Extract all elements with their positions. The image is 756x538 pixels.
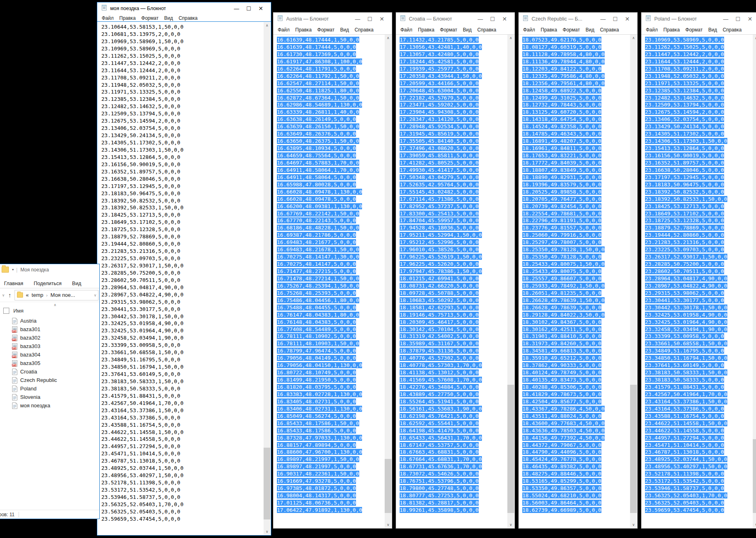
sort-direction-icon[interactable]: ∧ [54, 303, 57, 307]
vertical-scrollbar[interactable]: ∧ ∨ [507, 35, 514, 528]
column-header-name[interactable]: Имя [13, 308, 23, 314]
scrollbar-thumb[interactable] [507, 385, 514, 513]
vertical-scrollbar[interactable]: ∧ ∨ [630, 35, 637, 528]
titlebar[interactable]: Croatia — Блокнот — ☐ ✕ [396, 13, 515, 25]
menu-edit[interactable]: Правка [415, 27, 438, 33]
titlebar[interactable]: Poland — Блокнот — ☐ ✕ [641, 13, 756, 25]
file-row[interactable]: JPGbaza305 [0, 359, 99, 367]
titlebar[interactable]: Czech Republic — Б... — ☐ ✕ [519, 13, 637, 25]
menu-help[interactable]: Справка [720, 27, 744, 33]
text-area[interactable]: 16.61639,48.17444,1,50,0,016.61639,48.17… [274, 35, 385, 528]
scroll-up-icon[interactable]: ∧ [630, 35, 637, 41]
menu-file[interactable]: Файл [275, 27, 293, 33]
minimize-button[interactable]: — [230, 6, 243, 12]
breadcrumb-segment[interactable]: temp [31, 292, 43, 298]
minimize-button[interactable]: — [597, 16, 609, 22]
minimize-button[interactable]: — [352, 16, 364, 22]
scroll-down-icon[interactable]: ∨ [753, 521, 756, 528]
text-area[interactable]: 23.10969,53.58969,5,0,0,023.11262,53.150… [642, 35, 753, 528]
select-all-checkbox[interactable] [3, 308, 9, 314]
menu-view[interactable]: Вид [337, 27, 352, 33]
close-button[interactable]: ✕ [376, 16, 388, 22]
menu-help[interactable]: Справка [474, 27, 499, 33]
menu-edit[interactable]: Правка [661, 27, 683, 33]
file-row[interactable]: JPGbaza302 [0, 334, 99, 342]
menu-view[interactable]: Вид [460, 27, 475, 33]
menu-format[interactable]: Формат [683, 27, 706, 33]
menu-edit[interactable]: Правка [293, 27, 315, 33]
scroll-up-icon[interactable]: ∧ [753, 35, 756, 41]
scrollbar-thumb[interactable] [385, 459, 392, 513]
menu-view[interactable]: Вид [583, 27, 597, 33]
menu-edit[interactable]: Правка [117, 15, 139, 21]
quick-access-chevron-icon[interactable]: ▾ [12, 268, 14, 271]
scroll-down-icon[interactable]: ∨ [385, 521, 392, 528]
file-row[interactable]: JPGbaza304 [0, 350, 99, 359]
menu-file[interactable]: Файл [398, 27, 415, 33]
maximize-button[interactable]: ☐ [486, 16, 498, 22]
scroll-down-icon[interactable]: ∨ [630, 521, 637, 528]
file-row[interactable]: JPGbaza301 [0, 325, 99, 334]
menu-help[interactable]: Справка [597, 27, 622, 33]
vertical-scrollbar[interactable]: ∧ ∨ [385, 35, 392, 528]
close-button[interactable]: ✕ [744, 16, 756, 22]
close-button[interactable]: ✕ [621, 16, 633, 22]
menu-view[interactable]: Вид [161, 15, 176, 21]
file-row[interactable]: Slovenia [0, 393, 99, 401]
up-arrow-icon[interactable]: ↑ [7, 292, 15, 298]
file-row[interactable]: Czech Republic [0, 376, 99, 384]
tab-home[interactable]: Главная [4, 281, 23, 286]
scroll-down-icon[interactable]: ∨ [507, 521, 514, 528]
data-line: 16.64911,48.58064,1,70,0,0 [277, 167, 385, 174]
file-row[interactable]: Poland [0, 384, 99, 393]
data-line: 18.22796,49.81191,5,0,0,0 [522, 217, 630, 224]
breadcrumb-root[interactable]: « [26, 292, 29, 298]
address-bar[interactable]: « temp › Моя пое... ∨ [15, 290, 98, 300]
address-dropdown-icon[interactable]: ∨ [92, 293, 96, 297]
text-area[interactable]: 23.10644,53.58153,1,50,0,023.10681,53.13… [98, 23, 264, 535]
tab-view[interactable]: Вид [72, 281, 82, 286]
maximize-button[interactable]: ☐ [243, 6, 255, 12]
menu-file[interactable]: Файл [520, 27, 538, 33]
minimize-button[interactable]: — [474, 16, 486, 22]
tab-share[interactable]: Поделиться [34, 281, 62, 286]
vertical-scrollbar[interactable]: ∧ ∨ [264, 22, 270, 535]
back-chevron-icon[interactable]: ∨ [1, 293, 7, 297]
file-row[interactable]: моя поездка [0, 401, 99, 410]
scrollbar-thumb[interactable] [264, 448, 270, 519]
scrollbar-thumb[interactable] [753, 439, 756, 513]
scroll-up-icon[interactable]: ∧ [507, 35, 514, 41]
titlebar[interactable]: моя поездка — Блокнот — ☐ ✕ [97, 2, 271, 15]
titlebar[interactable]: Austria — Блокнот — ☐ ✕ [273, 13, 392, 25]
file-row[interactable]: Croatia [0, 367, 99, 376]
minimize-button[interactable]: — [720, 16, 732, 22]
explorer-titlebar[interactable]: ▾ | Моя поездка [0, 264, 99, 275]
text-area[interactable]: 17.11432,43.21785,5,0,0,017.13056,43.424… [396, 35, 507, 528]
file-row[interactable]: JPGbaza303 [0, 342, 99, 350]
scroll-down-icon[interactable]: ∨ [264, 528, 270, 535]
scrollbar-thumb[interactable] [630, 385, 637, 513]
file-row[interactable]: Austria [0, 317, 99, 325]
vertical-scrollbar[interactable]: ∧ ∨ [753, 35, 756, 528]
maximize-button[interactable]: ☐ [609, 16, 621, 22]
text-area[interactable]: 18.07523,49.62176,5,0,0,018.08127,49.603… [519, 35, 630, 528]
maximize-button[interactable]: ☐ [732, 16, 744, 22]
close-button[interactable]: ✕ [255, 5, 267, 12]
scroll-up-icon[interactable]: ∧ [264, 22, 270, 29]
menu-format[interactable]: Формат [314, 27, 337, 33]
maximize-button[interactable]: ☐ [364, 16, 376, 22]
menu-file[interactable]: Файл [643, 27, 661, 33]
menu-view[interactable]: Вид [706, 27, 720, 33]
menu-format[interactable]: Формат [138, 15, 161, 21]
menu-help[interactable]: Справка [176, 15, 200, 21]
data-line: 23.38183,50.58333,1,50,0,0 [101, 378, 264, 385]
data-line: 17.96010,45.38526,5,0,0,0 [400, 246, 507, 253]
menu-help[interactable]: Справка [352, 27, 376, 33]
scroll-up-icon[interactable]: ∧ [385, 35, 392, 41]
breadcrumb-segment[interactable]: Моя пое... [50, 292, 75, 298]
menu-file[interactable]: Файл [99, 15, 117, 21]
menu-format[interactable]: Формат [437, 27, 460, 33]
close-button[interactable]: ✕ [498, 16, 511, 22]
menu-edit[interactable]: Правка [538, 27, 560, 33]
menu-format[interactable]: Формат [560, 27, 583, 33]
